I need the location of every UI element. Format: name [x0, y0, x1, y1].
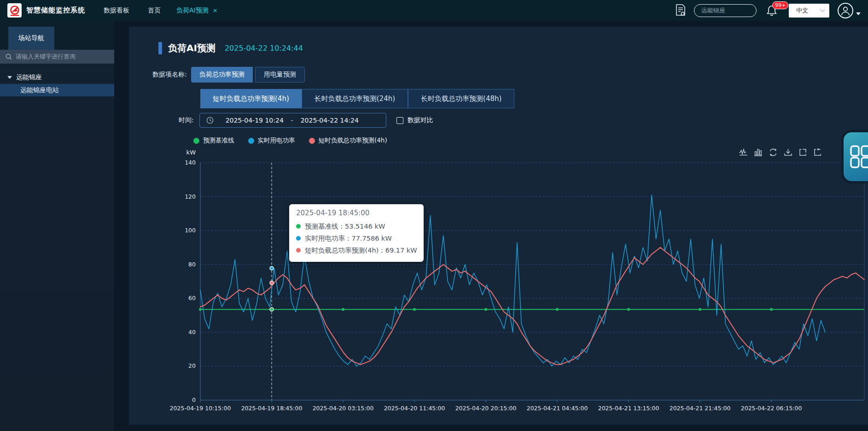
svg-text:2025-04-19 18:45:00: 2025-04-19 18:45:00: [241, 405, 303, 412]
svg-text:2025-04-20 20:15:00: 2025-04-20 20:15:00: [455, 405, 517, 412]
tooltip-text-baseline: 预测基准线：53.5146 kW: [305, 222, 385, 231]
top-navbar: 智慧储能监控系统 数据看板 首页 负荷AI预测 × 远能锦座 99+ 中文: [0, 0, 868, 21]
sidebar-search-placeholder: 请输入关键字进行查询: [16, 53, 76, 61]
station-tree: 远能锦座 远能锦座电站: [0, 64, 114, 96]
range-start-input[interactable]: 2025-04-19 10:24: [220, 117, 289, 124]
app-title: 智慧储能监控系统: [26, 6, 85, 15]
data-compare-checkbox[interactable]: [396, 117, 403, 124]
time-row: 时间: 2025-04-19 10:24 - 2025-04-22 14:24 …: [179, 113, 433, 128]
tooltip-dot-baseline: [296, 224, 301, 229]
clock-icon: [206, 117, 214, 124]
tooltip-dot-forecast-4h: [296, 248, 301, 253]
data-compare-label: 数据对比: [408, 116, 433, 124]
data-item-button-group: 负荷总功率预测 用电量预测: [191, 67, 305, 83]
tree-expand-caret-icon[interactable]: [7, 76, 12, 79]
legend-item-baseline[interactable]: 预测基准线: [193, 136, 234, 145]
legend-dot-realtime: [248, 138, 254, 144]
tree-parent-label: 远能锦座: [16, 73, 42, 82]
svg-text:kW: kW: [186, 149, 196, 156]
tooltip-dot-realtime: [296, 236, 301, 241]
date-range-picker[interactable]: 2025-04-19 10:24 - 2025-04-22 14:24: [199, 113, 386, 128]
svg-text:100: 100: [185, 227, 196, 234]
tab-close-icon[interactable]: ×: [213, 7, 218, 14]
button-long-term-48h[interactable]: 长时负载总功率预测(48h): [408, 89, 514, 108]
tooltip-row-forecast-4h: 短时负载总功率预测(4h)：69.17 kW: [296, 244, 417, 256]
data-compare-option: 数据对比: [396, 116, 433, 124]
svg-text:2025-04-22 06:15:00: 2025-04-22 06:15:00: [741, 405, 802, 412]
legend-item-forecast-4h[interactable]: 短时负载总功率预测(4h): [309, 136, 387, 145]
tab-load-ai-forecast[interactable]: 负荷AI预测 ×: [176, 6, 218, 15]
floating-menu-button[interactable]: [844, 132, 868, 181]
page-title: 负荷AI预测: [168, 42, 216, 54]
tooltip-title: 2025-04-19 18:45:00: [296, 209, 417, 217]
user-menu-caret-icon[interactable]: [856, 12, 861, 15]
sidebar-header: 场站导航: [0, 21, 114, 50]
content-card: 负荷AI预测 2025-04-22 10:24:44 数据项名称: 负荷总功率预…: [129, 27, 868, 425]
grid-menu-icon: [850, 145, 868, 169]
language-select[interactable]: 中文: [789, 4, 829, 18]
notification-badge: 99+: [772, 1, 788, 9]
data-item-row: 数据项名称: 负荷总功率预测 用电量预测: [152, 67, 305, 83]
svg-text:2025-04-21 04:45:00: 2025-04-21 04:45:00: [527, 405, 588, 412]
svg-text:80: 80: [188, 261, 196, 268]
legend-label-realtime: 实时用电功率: [258, 136, 295, 145]
user-avatar[interactable]: [838, 3, 853, 18]
legend-dot-baseline: [193, 138, 199, 144]
svg-text:2025-04-19 10:15:00: 2025-04-19 10:15:00: [170, 405, 231, 412]
range-separator: -: [291, 117, 293, 124]
tooltip-row-baseline: 预测基准线：53.5146 kW: [296, 220, 417, 232]
page-timestamp: 2025-04-22 10:24:44: [225, 44, 303, 53]
legend-item-realtime[interactable]: 实时用电功率: [248, 136, 295, 145]
notifications[interactable]: 99+: [767, 5, 777, 16]
svg-text:2025-04-21 21:45:00: 2025-04-21 21:45:00: [670, 405, 731, 412]
button-short-term-4h[interactable]: 短时负载总功率预测(4h): [200, 89, 302, 108]
svg-text:120: 120: [185, 193, 196, 200]
title-bar: 负荷AI预测 2025-04-22 10:24:44: [158, 42, 303, 54]
svg-text:60: 60: [188, 295, 196, 301]
user-icon: [840, 5, 851, 16]
tooltip-text-forecast-4h: 短时负载总功率预测(4h)：69.17 kW: [305, 246, 417, 255]
svg-text:20: 20: [188, 362, 196, 369]
svg-text:140: 140: [185, 159, 196, 166]
chart-tooltip: 2025-04-19 18:45:00 预测基准线：53.5146 kW 实时用…: [289, 204, 424, 262]
station-sidebar: 场站导航 请输入关键字进行查询 远能锦座 远能锦座电站: [0, 21, 114, 431]
button-long-term-24h[interactable]: 长时负载总功率预测(24h): [302, 89, 408, 108]
station-search-input[interactable]: 远能锦座: [694, 4, 757, 17]
forecast-type-button-group: 短时负载总功率预测(4h) 长时负载总功率预测(24h) 长时负载总功率预测(4…: [200, 89, 514, 108]
svg-text:2025-04-20 11:45:00: 2025-04-20 11:45:00: [384, 405, 445, 412]
data-item-label: 数据项名称:: [152, 71, 187, 79]
tree-node-station-selected[interactable]: 远能锦座电站: [0, 84, 114, 96]
language-value: 中文: [796, 6, 808, 15]
range-end-input[interactable]: 2025-04-22 14:24: [295, 117, 364, 124]
chart-canvas[interactable]: 020406080100120140kW2025-04-19 10:15:002…: [157, 148, 868, 413]
chevron-down-icon: [820, 9, 825, 12]
svg-text:2025-04-20 03:15:00: 2025-04-20 03:15:00: [313, 405, 374, 412]
load-forecast-chart[interactable]: 020406080100120140kW2025-04-19 10:15:002…: [157, 148, 868, 413]
search-icon: [6, 53, 12, 60]
nav-item-dashboard[interactable]: 数据看板: [104, 6, 129, 15]
tooltip-text-realtime: 实时用电功率：77.7586 kW: [305, 234, 392, 243]
title-accent-bar: [158, 42, 162, 54]
report-document-icon[interactable]: [675, 4, 687, 17]
svg-text:0: 0: [192, 396, 196, 403]
navbar-right: 远能锦座 99+ 中文: [675, 3, 861, 18]
svg-text:2025-04-21 13:15:00: 2025-04-21 13:15:00: [598, 405, 659, 412]
tree-node-parent[interactable]: 远能锦座: [0, 71, 114, 84]
legend-label-baseline: 预测基准线: [203, 136, 234, 145]
legend-dot-forecast-4h: [309, 138, 315, 144]
chart-legend: 预测基准线 实时用电功率 短时负载总功率预测(4h): [193, 136, 401, 145]
time-label: 时间:: [179, 116, 194, 124]
button-load-power-forecast[interactable]: 负荷总功率预测: [191, 67, 253, 83]
sidebar-search[interactable]: 请输入关键字进行查询: [0, 50, 114, 64]
sidebar-tab-station-nav[interactable]: 场站导航: [8, 27, 54, 50]
tooltip-row-realtime: 实时用电功率：77.7586 kW: [296, 232, 417, 244]
button-energy-forecast[interactable]: 用电量预测: [255, 67, 305, 83]
legend-label-forecast-4h: 短时负载总功率预测(4h): [319, 136, 387, 145]
brand-logo-icon: [9, 5, 20, 16]
svg-text:40: 40: [188, 329, 196, 336]
brand-logo: [7, 3, 22, 18]
nav-item-home[interactable]: 首页: [148, 6, 161, 15]
tab-label: 负荷AI预测: [176, 6, 209, 15]
